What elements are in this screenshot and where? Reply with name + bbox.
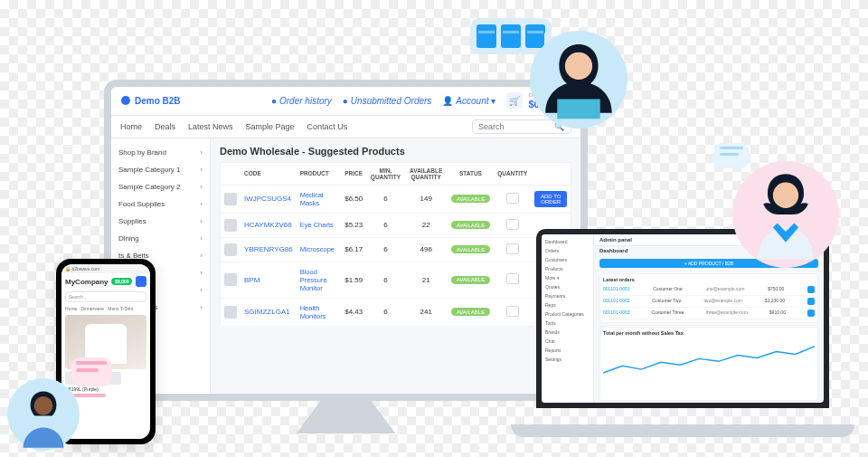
status-badge: AVAILABLE: [451, 221, 490, 229]
nav-home[interactable]: Home: [120, 122, 142, 131]
chart-block: Total per month without Sales Tax: [599, 327, 818, 401]
nav-deals[interactable]: Deals: [155, 122, 175, 131]
product-code[interactable]: HCAYMKZV68: [244, 221, 292, 229]
admin-menu-item[interactable]: Orders: [545, 247, 590, 254]
nav-contact[interactable]: Contact Us: [307, 122, 348, 131]
chevron-right-icon: ›: [200, 183, 203, 191]
unsubmitted-orders-link[interactable]: ● Unsubmitted Orders: [343, 96, 432, 106]
admin-menu-item[interactable]: Chat: [545, 338, 590, 345]
admin-menu-item[interactable]: Reports: [545, 347, 590, 354]
brand-text: Demo B2B: [135, 96, 181, 106]
nav-links: Home Deals Latest News Sample Page Conta…: [120, 122, 347, 131]
product-price: $6.17: [341, 237, 366, 262]
sidebar-item[interactable]: Sample Category 1›: [111, 161, 210, 178]
product-avail: 241: [405, 298, 448, 326]
product-code[interactable]: BPM: [244, 276, 259, 284]
product-thumb[interactable]: [224, 243, 237, 256]
product-thumb[interactable]: [224, 219, 237, 232]
admin-menu-item[interactable]: Product Categories: [545, 310, 590, 318]
product-name[interactable]: Health Monitors: [300, 304, 326, 320]
product-price: $6.50: [341, 185, 366, 213]
admin-menu-item[interactable]: More ▾: [545, 274, 590, 281]
product-price: $4.43: [341, 298, 366, 326]
product-name[interactable]: Eye Charts: [300, 221, 334, 229]
product-code[interactable]: SGIMZZLGA1: [244, 308, 290, 316]
qty-input[interactable]: [506, 219, 519, 230]
status-badge: AVAILABLE: [451, 308, 490, 316]
product-name[interactable]: Microscope: [300, 245, 335, 253]
admin-menu-item[interactable]: Settings: [545, 356, 590, 363]
phone-brand: MyCompany: [65, 278, 108, 286]
product-avail: 21: [405, 262, 448, 298]
status-badge: AVAILABLE: [451, 276, 490, 284]
cart-icon: 🛒: [506, 92, 523, 109]
sidebar-item[interactable]: Food Supplies›: [111, 195, 210, 213]
admin-menu-item[interactable]: Quotes: [545, 283, 590, 290]
nav-sample[interactable]: Sample Page: [246, 122, 295, 131]
product-avail: 149: [405, 185, 448, 213]
order-row[interactable]: 001101-0003Customer Threethree@example.c…: [603, 308, 815, 319]
admin-menu-item[interactable]: Tools: [545, 319, 590, 327]
product-min: 6: [366, 298, 404, 326]
app-header: Demo B2B ● Order history ● Unsubmitted O…: [111, 87, 580, 116]
col-min: MIN. QUANTITY: [366, 162, 404, 185]
sidebar-item[interactable]: Supplies›: [111, 213, 210, 230]
admin-menu-item[interactable]: Dashboard: [545, 238, 590, 245]
row-action-icon[interactable]: [807, 286, 815, 293]
product-name[interactable]: Medical Masks: [300, 191, 324, 207]
basket-icon[interactable]: [136, 276, 146, 287]
phone-header: MyCompany $9,000: [61, 273, 150, 290]
product-thumb[interactable]: [224, 306, 237, 319]
persona-nurse: [732, 161, 839, 268]
persona-shopper: [7, 378, 80, 451]
col-thumb: [221, 162, 241, 185]
product-avail: 496: [405, 237, 448, 262]
product-code[interactable]: IWJPCSUGS4: [244, 195, 291, 203]
product-min: 6: [366, 237, 404, 262]
phone-search[interactable]: Search…: [65, 291, 146, 302]
row-action-icon[interactable]: [807, 309, 815, 317]
admin-menu-item[interactable]: Payments: [545, 292, 590, 300]
brand-logo[interactable]: Demo B2B: [120, 95, 181, 106]
chevron-right-icon: ›: [200, 303, 203, 311]
order-row[interactable]: 001101-0001Customer Oneone@example.com$7…: [603, 284, 815, 296]
col-avail: AVAILABLE QUANTITY: [405, 162, 448, 185]
admin-menu-item[interactable]: Reps: [545, 301, 590, 309]
svg-point-2: [773, 183, 798, 208]
chevron-right-icon: ›: [200, 200, 203, 208]
chevron-right-icon: ›: [200, 148, 203, 157]
chevron-right-icon: ›: [200, 217, 203, 225]
qty-input[interactable]: [506, 193, 519, 204]
phone-breadcrumb: Home · Dinnerware · Mens T-Shirt: [61, 304, 150, 313]
latest-orders-title: Latest orders: [603, 277, 815, 282]
row-action-icon[interactable]: [807, 298, 815, 305]
admin-menu-item[interactable]: Customers: [545, 256, 590, 263]
nav-news[interactable]: Latest News: [188, 122, 233, 131]
chevron-right-icon: ›: [200, 286, 203, 294]
order-row[interactable]: 001101-0002Customer Twotwo@example.com$1…: [603, 296, 815, 308]
admin-menu-item[interactable]: Brands: [545, 328, 590, 336]
sidebar-item[interactable]: Shop by Brand›: [111, 144, 210, 161]
product-thumb[interactable]: [224, 273, 237, 286]
add-to-order-button[interactable]: ADD TO ORDER: [534, 191, 567, 207]
product-thumb[interactable]: [224, 193, 237, 205]
chevron-right-icon: ›: [200, 252, 203, 260]
phone-addressbar: 🔒 b2bwave.com: [61, 264, 150, 273]
svg-point-1: [565, 52, 592, 80]
admin-menu-item[interactable]: Products: [545, 265, 590, 272]
logo-icon: [120, 95, 131, 106]
col-qty: QUANTITY: [494, 162, 531, 185]
persona-customer: [530, 31, 627, 129]
product-code[interactable]: YBRENRYG86: [244, 245, 293, 253]
sidebar-item[interactable]: Sample Category 2›: [111, 178, 210, 195]
product-min: 6: [366, 213, 404, 237]
package-icon: [501, 24, 521, 48]
account-menu[interactable]: 👤 Account ▾: [442, 96, 495, 106]
main-nav: Home Deals Latest News Sample Page Conta…: [111, 116, 580, 138]
product-name[interactable]: Blood Pressure Monitor: [300, 268, 327, 292]
latest-orders-block: Latest orders 001101-0001Customer Oneone…: [599, 273, 818, 323]
order-history-link[interactable]: ● Order history: [271, 96, 332, 106]
admin-title: Admin panel: [599, 237, 632, 243]
sidebar-item[interactable]: Dining›: [111, 230, 210, 247]
col-code: CODE: [241, 162, 297, 185]
